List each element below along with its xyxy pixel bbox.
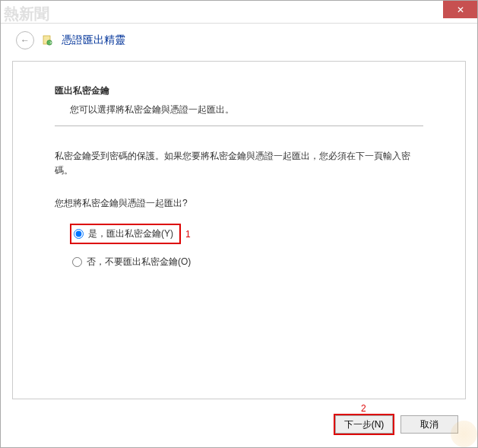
radio-no[interactable] bbox=[72, 257, 82, 267]
radio-group: 是，匯出私密金鑰(Y) 1 否，不要匯出私密金鑰(O) bbox=[70, 224, 423, 271]
wizard-title: 憑證匯出精靈 bbox=[62, 33, 125, 47]
section-description: 您可以選擇將私密金鑰與憑證一起匯出。 bbox=[70, 103, 423, 116]
button-bar: 2 下一步(N) 取消 bbox=[335, 415, 458, 434]
radio-yes[interactable] bbox=[74, 229, 84, 239]
radio-no-label: 否，不要匯出私密金鑰(O) bbox=[87, 256, 191, 268]
back-button[interactable]: ← bbox=[16, 31, 34, 49]
radio-option-no-row: 否，不要匯出私密金鑰(O) bbox=[70, 253, 423, 271]
content-area: 匯出私密金鑰 您可以選擇將私密金鑰與憑證一起匯出。 私密金鑰受到密碼的保護。如果… bbox=[12, 61, 466, 399]
radio-yes-label: 是，匯出私密金鑰(Y) bbox=[88, 227, 173, 240]
annotation-marker-1: 1 bbox=[185, 229, 191, 240]
radio-highlight-box: 是，匯出私密金鑰(Y) bbox=[70, 224, 181, 244]
section-title: 匯出私密金鑰 bbox=[55, 84, 423, 97]
separator bbox=[55, 126, 423, 126]
radio-option-yes-row: 是，匯出私密金鑰(Y) 1 bbox=[70, 224, 423, 244]
cancel-button[interactable]: 取消 bbox=[400, 415, 458, 434]
dialog-window: ✕ ← 憑證匯出精靈 匯出私密金鑰 您可以選擇將私密金鑰與憑證一起匯出。 私密金… bbox=[0, 0, 478, 448]
close-button[interactable]: ✕ bbox=[443, 1, 477, 18]
annotation-marker-2: 2 bbox=[361, 403, 366, 414]
wizard-header: ← 憑證匯出精靈 bbox=[1, 24, 477, 61]
next-button[interactable]: 下一步(N) bbox=[335, 415, 393, 434]
back-arrow-icon: ← bbox=[21, 35, 30, 46]
question-text: 您想將私密金鑰與憑證一起匯出? bbox=[55, 197, 423, 210]
close-icon: ✕ bbox=[457, 5, 464, 15]
info-text: 私密金鑰受到密碼的保護。如果您要將私密金鑰與憑證一起匯出，您必須在下一頁輸入密碼… bbox=[55, 149, 423, 178]
certificate-icon bbox=[42, 34, 54, 46]
title-bar: ✕ bbox=[1, 1, 477, 24]
